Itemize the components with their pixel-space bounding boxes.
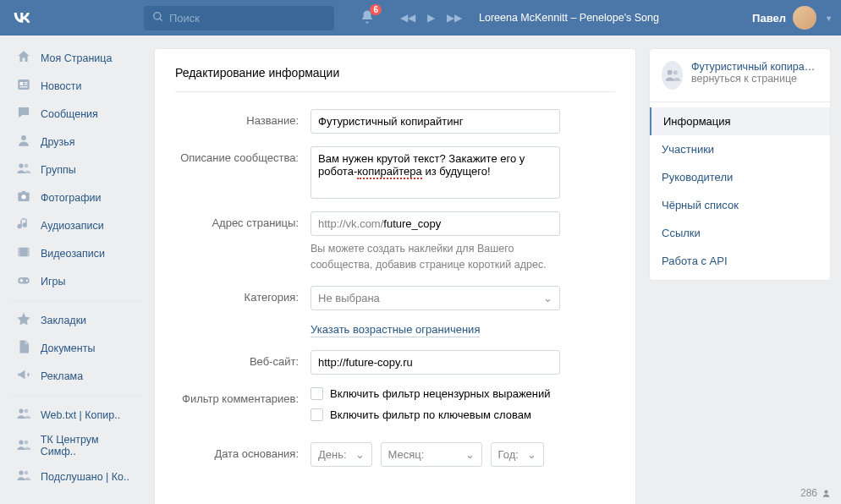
sidebar-item-nav1-4[interactable]: Группы xyxy=(10,156,141,184)
edit-information-form: Редактирование информации Название: Опис… xyxy=(154,48,636,504)
user-menu[interactable]: Павел ▾ xyxy=(752,6,831,30)
viewers-count[interactable]: 286 xyxy=(800,487,831,499)
website-label: Веб-сайт: xyxy=(175,350,311,368)
prev-track-icon[interactable]: ◀◀ xyxy=(400,12,415,24)
sidebar-item-nav2-0[interactable]: Закладки xyxy=(10,306,141,334)
svg-point-25 xyxy=(25,471,29,475)
svg-rect-3 xyxy=(20,82,24,85)
svg-rect-4 xyxy=(25,82,28,83)
svg-rect-19 xyxy=(21,279,23,282)
back-to-page-link[interactable]: вернуться к странице xyxy=(691,73,818,85)
name-input[interactable] xyxy=(311,109,560,134)
next-track-icon[interactable]: ▶▶ xyxy=(447,12,462,24)
year-select[interactable]: Год:⌄ xyxy=(491,442,544,467)
svg-rect-6 xyxy=(20,86,28,87)
svg-rect-15 xyxy=(28,248,30,257)
description-textarea[interactable]: Вам нужен крутой текст? Закажите его у р… xyxy=(311,146,560,199)
vk-logo[interactable] xyxy=(10,6,34,30)
sidebar-item-label: Аудиозаписи xyxy=(41,220,104,232)
month-select[interactable]: Месяц:⌄ xyxy=(381,442,482,467)
svg-point-28 xyxy=(824,490,827,493)
age-restrictions-link[interactable]: Указать возрастные ограничения xyxy=(311,323,480,338)
settings-tab-0[interactable]: Информация xyxy=(650,107,830,135)
play-icon[interactable]: ▶ xyxy=(427,12,435,24)
form-heading: Редактирование информации xyxy=(175,66,615,92)
sidebar-item-label: Видеозаписи xyxy=(41,248,105,260)
settings-tab-3[interactable]: Чёрный список xyxy=(650,191,830,219)
category-select[interactable]: Не выбрана ⌄ xyxy=(311,286,560,310)
settings-tab-1[interactable]: Участники xyxy=(650,135,830,163)
sidebar-item-nav2-2[interactable]: Реклама xyxy=(10,362,141,390)
sidebar-item-label: Документы xyxy=(41,342,95,354)
svg-point-27 xyxy=(673,70,677,74)
keyword-filter-checkbox[interactable]: Включить фильтр по ключевым словам xyxy=(311,408,615,421)
category-label: Категория: xyxy=(175,286,311,304)
address-input[interactable]: http://vk.com/future_copy xyxy=(311,211,560,236)
sidebar-item-nav3-1[interactable]: ТК Центрум Симф.. xyxy=(10,429,141,463)
sidebar-item-label: Подслушано | Ко.. xyxy=(41,471,129,483)
community-sidebar: Футуристичный копирай... вернуться к стр… xyxy=(649,48,831,281)
sidebar-item-nav1-1[interactable]: Новости xyxy=(10,72,141,100)
svg-point-21 xyxy=(25,409,29,414)
svg-point-20 xyxy=(19,408,23,413)
audio-icon xyxy=(15,216,32,234)
sidebar-item-label: Новости xyxy=(41,80,81,92)
sidebar-item-label: Моя Страница xyxy=(41,52,112,64)
search-box[interactable] xyxy=(144,6,334,30)
svg-point-23 xyxy=(25,440,29,444)
address-hint: Вы можете создать наклейки для Вашего со… xyxy=(311,241,573,273)
settings-tab-2[interactable]: Руководители xyxy=(650,163,830,191)
sidebar-item-nav3-0[interactable]: Web.txt | Копир.. xyxy=(10,401,141,429)
audio-player: ◀◀ ▶ ▶▶ Loreena McKennitt – Penelope's S… xyxy=(400,12,659,24)
chevron-down-icon: ▾ xyxy=(827,14,831,23)
sidebar-item-nav1-0[interactable]: Моя Страница xyxy=(10,44,141,72)
profanity-filter-checkbox[interactable]: Включить фильтр нецензурных выражений xyxy=(311,387,615,400)
avatar xyxy=(793,6,816,30)
svg-line-1 xyxy=(160,18,162,20)
sidebar-item-nav1-2[interactable]: Сообщения xyxy=(10,100,141,128)
side-navigation: Моя СтраницаНовостиСообщенияДрузьяГруппы… xyxy=(10,36,141,504)
community-avatar-icon xyxy=(662,61,683,90)
founding-date-label: Дата основания: xyxy=(175,442,311,460)
sidebar-item-nav1-6[interactable]: Аудиозаписи xyxy=(10,211,141,239)
sidebar-item-nav1-7[interactable]: Видеозаписи xyxy=(10,239,141,267)
sidebar-item-label: Группы xyxy=(41,164,76,176)
chevron-down-icon: ⌄ xyxy=(543,292,552,304)
now-playing-title[interactable]: Loreena McKennitt – Penelope's Song xyxy=(479,12,659,24)
community-title-link[interactable]: Футуристичный копирай... xyxy=(691,61,818,73)
games-icon xyxy=(15,272,32,290)
username-label: Павел xyxy=(752,12,786,25)
sidebar-item-label: Реклама xyxy=(41,370,83,382)
groups-icon xyxy=(15,468,32,485)
sidebar-item-nav1-5[interactable]: Фотографии xyxy=(10,184,141,211)
star-icon xyxy=(15,311,32,329)
docs-icon xyxy=(15,339,32,357)
sidebar-item-nav1-3[interactable]: Друзья xyxy=(10,128,141,156)
settings-tab-4[interactable]: Ссылки xyxy=(650,219,830,247)
address-label: Адрес страницы: xyxy=(175,211,311,229)
sidebar-item-label: Закладки xyxy=(41,315,86,326)
settings-tab-5[interactable]: Работа с API xyxy=(650,247,830,275)
friend-icon xyxy=(15,133,32,151)
video-icon xyxy=(15,244,32,262)
svg-point-11 xyxy=(21,194,25,199)
filter-label: Фильтр комментариев: xyxy=(175,387,311,405)
sidebar-item-nav3-2[interactable]: Подслушано | Ко.. xyxy=(10,463,141,490)
svg-point-7 xyxy=(21,135,26,140)
svg-point-9 xyxy=(25,164,29,168)
groups-icon xyxy=(15,161,32,178)
svg-point-0 xyxy=(154,12,161,19)
sidebar-item-label: Web.txt | Копир.. xyxy=(41,409,120,421)
notifications-icon[interactable]: 6 xyxy=(360,9,375,27)
svg-point-17 xyxy=(26,280,28,282)
photo-icon xyxy=(15,189,32,206)
day-select[interactable]: День:⌄ xyxy=(311,442,372,467)
sidebar-item-label: Друзья xyxy=(41,136,75,148)
search-icon xyxy=(152,11,164,25)
description-label: Описание сообщества: xyxy=(175,146,311,164)
sidebar-item-nav1-8[interactable]: Игры xyxy=(10,267,141,295)
website-input[interactable] xyxy=(311,350,560,375)
groups-icon xyxy=(15,437,32,455)
sidebar-item-nav2-1[interactable]: Документы xyxy=(10,334,141,362)
search-input[interactable] xyxy=(169,12,326,25)
